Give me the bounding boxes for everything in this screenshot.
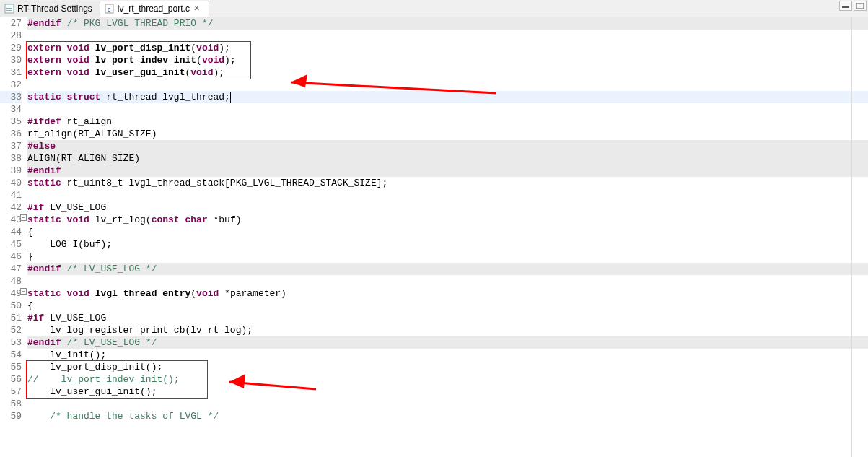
maximize-button[interactable] (854, 1, 867, 11)
code-line: extern void lv_port_disp_init(void); (27, 42, 868, 54)
line-number: 47 (0, 263, 22, 275)
svg-rect-7 (856, 3, 864, 9)
code-line: extern void lv_port_indev_init(void); (27, 54, 868, 66)
line-number: 56 (0, 373, 22, 386)
code-line: /* handle the tasks of LVGL */ (27, 410, 868, 422)
code-line: static rt_uint8_t lvgl_thread_stack[PKG_… (27, 177, 868, 189)
code-line: { (27, 226, 868, 238)
svg-rect-3 (6, 10, 12, 11)
line-number: 32 (0, 79, 22, 91)
fold-toggle-icon[interactable]: − (20, 288, 27, 295)
minimize-button[interactable] (839, 1, 852, 11)
svg-rect-6 (842, 6, 849, 8)
code-line: rt_align(RT_ALIGN_SIZE) (27, 128, 868, 140)
svg-rect-2 (6, 8, 12, 9)
code-line: #endif /* LV_USE_LOG */ (27, 263, 868, 275)
editor-ruler (851, 17, 852, 457)
code-line: #endif /* PKG_LVGL_THREAD_PRIO */ (27, 17, 868, 30)
tab-bar: RT-Thread Settings c lv_rt_thread_port.c… (0, 0, 868, 17)
line-number: 50 (0, 300, 22, 312)
code-line: #if LV_USE_LOG (27, 312, 868, 324)
code-line (27, 398, 868, 410)
line-number: 55 (0, 361, 22, 373)
svg-rect-1 (6, 6, 12, 6)
code-line: { (27, 300, 868, 312)
line-number: 53 (0, 336, 22, 349)
code-line: static void lv_rt_log(const char *buf) (27, 214, 868, 226)
tab-label: RT-Thread Settings (17, 4, 92, 14)
code-line: lv_user_gui_init(); (27, 386, 868, 398)
line-number: 33 (0, 91, 22, 103)
code-line: lv_init(); (27, 349, 868, 361)
line-number: 39 (0, 165, 22, 177)
code-line: static void lvgl_thread_entry(void *para… (27, 287, 868, 300)
line-number: 59 (0, 410, 22, 422)
line-number: 34 (0, 103, 22, 116)
tab-rt-thread-settings[interactable]: RT-Thread Settings (0, 1, 100, 17)
line-number: 41 (0, 189, 22, 201)
code-line: #endif /* LV_USE_LOG */ (27, 336, 868, 349)
code-content[interactable]: − − #endif /* PKG_LVGL_THREAD_PRIO */ ex… (27, 17, 868, 457)
line-number: 57 (0, 386, 22, 398)
line-number: 28 (0, 30, 22, 42)
code-line: ALIGN(RT_ALIGN_SIZE) (27, 152, 868, 165)
line-number: 38 (0, 152, 22, 165)
tab-lv-rt-thread-port[interactable]: c lv_rt_thread_port.c ✕ (100, 1, 209, 17)
code-line: lv_port_disp_init(); (27, 361, 868, 373)
code-line (27, 79, 868, 91)
line-number: 45 (0, 238, 22, 251)
code-line: #else (27, 140, 868, 152)
code-line (27, 189, 868, 201)
line-number: 37 (0, 140, 22, 152)
code-line: extern void lv_user_gui_init(void); (27, 66, 868, 79)
tab-toolbar (839, 1, 867, 11)
code-line (27, 103, 868, 116)
line-number: 49 (0, 287, 22, 300)
text-cursor (230, 92, 231, 103)
tab-label: lv_rt_thread_port.c (118, 4, 190, 14)
code-line: static struct rt_thread lvgl_thread; (27, 91, 868, 103)
line-number: 29 (0, 42, 22, 54)
code-line: #endif (27, 165, 868, 177)
code-line: // lv_port_indev_init(); (27, 373, 868, 386)
line-number: 44 (0, 226, 22, 238)
line-number: 31 (0, 66, 22, 79)
line-number: 40 (0, 177, 22, 189)
line-number: 43 (0, 214, 22, 226)
code-line (27, 30, 868, 42)
line-number: 52 (0, 324, 22, 336)
line-number: 51 (0, 312, 22, 324)
line-number: 36 (0, 128, 22, 140)
line-number-gutter: 27 28 29 30 31 32 33 34 35 36 37 38 39 4… (0, 17, 27, 457)
line-number: 58 (0, 398, 22, 410)
code-line: LOG_I(buf); (27, 238, 868, 251)
code-line: } (27, 251, 868, 263)
settings-file-icon (4, 4, 14, 14)
code-editor[interactable]: 27 28 29 30 31 32 33 34 35 36 37 38 39 4… (0, 17, 868, 457)
code-line: #ifdef rt_align (27, 116, 868, 128)
line-number: 46 (0, 251, 22, 263)
svg-text:c: c (108, 6, 111, 13)
c-file-icon: c (105, 4, 115, 14)
line-number: 30 (0, 54, 22, 66)
code-line (27, 275, 868, 287)
line-number: 42 (0, 201, 22, 214)
close-icon[interactable]: ✕ (193, 4, 201, 13)
line-number: 27 (0, 17, 22, 30)
fold-toggle-icon[interactable]: − (20, 214, 27, 221)
code-line: #if LV_USE_LOG (27, 201, 868, 214)
line-number: 48 (0, 275, 22, 287)
code-line: lv_log_register_print_cb(lv_rt_log); (27, 324, 868, 336)
line-number: 54 (0, 349, 22, 361)
line-number: 35 (0, 116, 22, 128)
